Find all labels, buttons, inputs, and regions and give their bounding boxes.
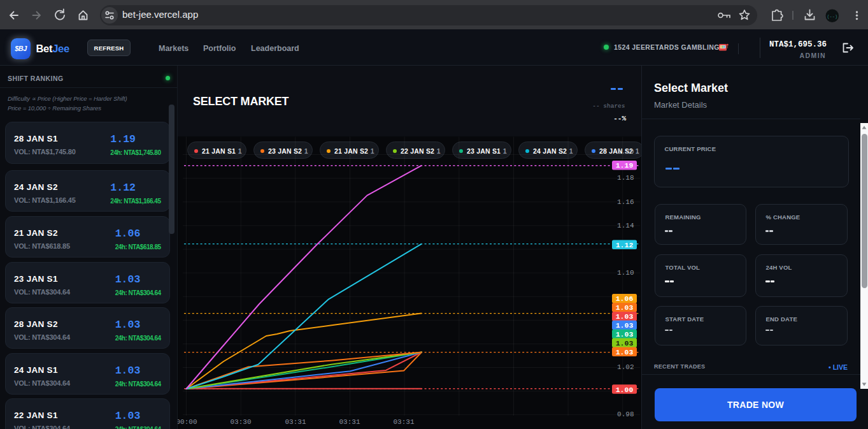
svg-text:1.03: 1.03 [616, 321, 634, 330]
svg-text:1.03: 1.03 [616, 303, 634, 312]
svg-text:1.18: 1.18 [617, 174, 634, 182]
svg-text:1.20: 1.20 [617, 148, 634, 156]
svg-text:1.03: 1.03 [616, 339, 634, 347]
svg-text:1.10: 1.10 [617, 269, 634, 277]
svg-text:1.03: 1.03 [616, 312, 634, 321]
svg-text:1.19: 1.19 [616, 161, 634, 170]
svg-text:1.02: 1.02 [617, 363, 634, 371]
svg-text:1.03: 1.03 [616, 348, 634, 356]
svg-text:1.00: 1.00 [616, 386, 634, 394]
svg-text:1.06: 1.06 [616, 294, 634, 303]
svg-text:0.98: 0.98 [617, 411, 634, 418]
svg-text:1.16: 1.16 [617, 198, 634, 206]
svg-text:1.12: 1.12 [616, 241, 634, 249]
svg-text:1.14: 1.14 [617, 222, 634, 229]
svg-text:1.03: 1.03 [616, 330, 634, 338]
